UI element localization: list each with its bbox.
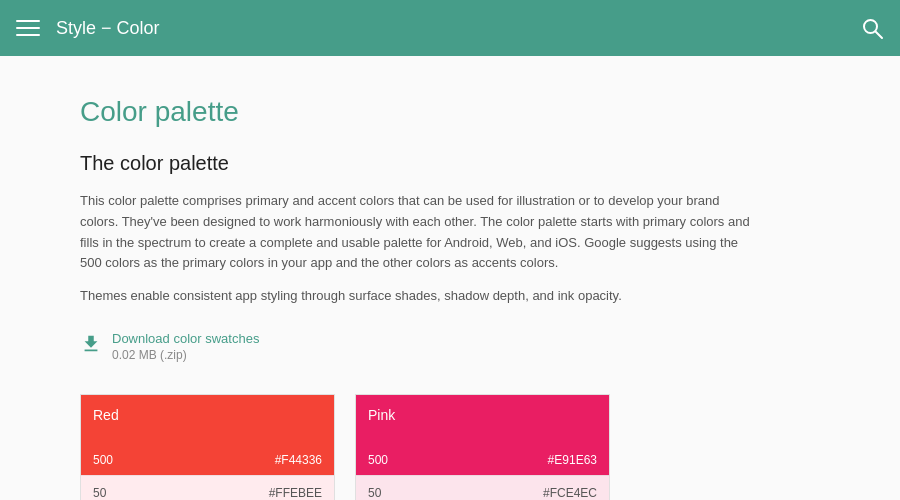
topbar: Style − Color: [0, 0, 900, 56]
palette-hero-hex: #F44336: [275, 453, 322, 467]
palette-card-red: Red 500 #F44336 50 #FFEBEE 100 #FFCDD2 2…: [80, 394, 335, 500]
main-content: Color palette The color palette This col…: [0, 56, 900, 500]
download-icon: [80, 333, 102, 355]
svg-rect-2: [16, 34, 40, 36]
menu-icon[interactable]: [16, 16, 40, 40]
download-link[interactable]: Download color swatches: [112, 331, 259, 346]
palette-row-pink-50: 50 #FCE4EC: [356, 475, 609, 500]
svg-line-4: [876, 32, 883, 39]
palette-hero-weight: 500: [368, 453, 388, 467]
topbar-title: Style − Color: [56, 18, 160, 39]
palette-hero-red: Red 500 #F44336: [81, 395, 334, 475]
palette-name: Pink: [368, 407, 597, 423]
file-size: 0.02 MB (.zip): [112, 348, 259, 362]
palette-hero-pink: Pink 500 #E91E63: [356, 395, 609, 475]
palette-grid: Red 500 #F44336 50 #FFEBEE 100 #FFCDD2 2…: [80, 394, 820, 500]
download-section: Download color swatches 0.02 MB (.zip): [80, 331, 820, 362]
page-title: Color palette: [80, 96, 820, 128]
description-2: Themes enable consistent app styling thr…: [80, 286, 760, 307]
search-icon[interactable]: [860, 16, 884, 40]
svg-rect-0: [16, 20, 40, 22]
row-weight: 50: [93, 486, 133, 500]
topbar-left: Style − Color: [16, 16, 160, 40]
download-info: Download color swatches 0.02 MB (.zip): [112, 331, 259, 362]
row-hex: #FFEBEE: [269, 486, 322, 500]
palette-name: Red: [93, 407, 322, 423]
palette-hero-weight: 500: [93, 453, 113, 467]
description-1: This color palette comprises primary and…: [80, 191, 760, 274]
svg-rect-1: [16, 27, 40, 29]
row-weight: 50: [368, 486, 408, 500]
palette-card-pink: Pink 500 #E91E63 50 #FCE4EC 100 #F8BBD0 …: [355, 394, 610, 500]
palette-hero-hex: #E91E63: [548, 453, 597, 467]
row-hex: #FCE4EC: [543, 486, 597, 500]
palette-row-red-50: 50 #FFEBEE: [81, 475, 334, 500]
section-title: The color palette: [80, 152, 820, 175]
